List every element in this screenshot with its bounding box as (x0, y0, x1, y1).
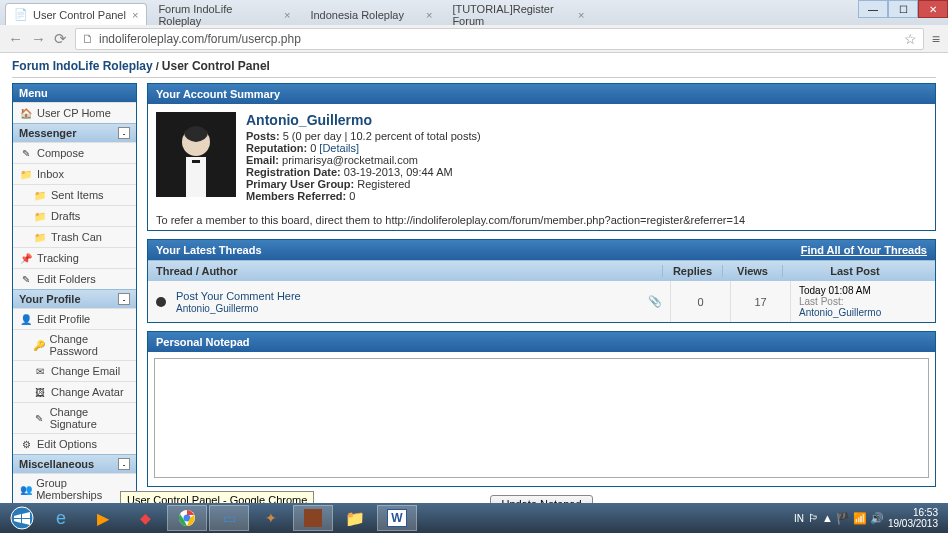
taskbar-chrome[interactable] (167, 505, 207, 531)
col-replies: Replies (662, 265, 722, 277)
thread-views: 17 (730, 281, 790, 322)
window-close-button[interactable]: ✕ (918, 0, 948, 18)
taskbar-app-4[interactable] (293, 505, 333, 531)
browser-tab[interactable]: Forum IndoLife Roleplay × (149, 3, 299, 25)
taskbar-app-2[interactable]: ▭ (209, 505, 249, 531)
sidebar-section-profile[interactable]: Your Profile- (13, 289, 136, 308)
url-input[interactable]: 🗋 indoliferoleplay.com/forum/usercp.php … (75, 28, 924, 50)
taskbar-word[interactable]: W (377, 505, 417, 531)
breadcrumb-separator: / (156, 60, 159, 72)
browser-tab[interactable]: Indonesia Roleplay × (301, 3, 441, 25)
svg-rect-4 (206, 157, 216, 197)
folder-icon: 📁 (33, 230, 47, 244)
sidebar-item-compose[interactable]: ✎Compose (13, 142, 136, 163)
gear-icon: ⚙ (19, 437, 33, 451)
forward-button[interactable]: → (31, 30, 46, 47)
panel-header: Personal Notepad (148, 332, 935, 352)
last-post-author-link[interactable]: Antonio_Guillermo (799, 307, 881, 318)
thread-author-link[interactable]: Antonio_Guillermo (176, 303, 258, 314)
taskbar-app[interactable]: ◆ (125, 505, 165, 531)
tray-flag-icon[interactable]: 🏳 (808, 512, 819, 525)
collapse-icon[interactable]: - (118, 458, 130, 470)
browser-tab-active[interactable]: 📄 User Control Panel × (5, 3, 147, 25)
home-icon: 🏠 (19, 106, 33, 120)
close-tab-icon[interactable]: × (420, 9, 432, 21)
sidebar-item-trash[interactable]: 📁Trash Can (13, 226, 136, 247)
bookmark-star-icon[interactable]: ☆ (904, 31, 917, 47)
taskbar-ie[interactable]: e (41, 505, 81, 531)
avatar (156, 112, 236, 197)
tray-notification-icon[interactable]: ▲ (822, 512, 833, 525)
tray-volume-icon[interactable]: 🔊 (870, 512, 884, 525)
find-all-threads-link[interactable]: Find All of Your Threads (801, 244, 927, 256)
sidebar-section-misc[interactable]: Miscellaneous- (13, 454, 136, 473)
collapse-icon[interactable]: - (118, 293, 130, 305)
close-tab-icon[interactable]: × (278, 9, 290, 21)
notepad-textarea[interactable] (154, 358, 929, 478)
tab-title: Forum IndoLife Roleplay (158, 3, 278, 27)
personal-notepad-panel: Personal Notepad (147, 331, 936, 487)
sidebar-item-group-memberships[interactable]: 👥Group Memberships (13, 473, 136, 504)
panel-header: Your Latest Threads Find All of Your Thr… (148, 240, 935, 260)
sidebar-item-inbox[interactable]: 📁Inbox (13, 163, 136, 184)
taskbar-explorer[interactable]: 📁 (335, 505, 375, 531)
key-icon: 🔑 (33, 338, 46, 352)
sidebar-item-change-avatar[interactable]: 🖼Change Avatar (13, 381, 136, 402)
address-bar: ← → ⟳ 🗋 indoliferoleplay.com/forum/userc… (0, 25, 948, 53)
window-minimize-button[interactable]: — (858, 0, 888, 18)
sidebar-item-change-email[interactable]: ✉Change Email (13, 360, 136, 381)
thread-table-header: Thread / Author Replies Views Last Post (148, 260, 935, 281)
sidebar-item-edit-options[interactable]: ⚙Edit Options (13, 433, 136, 454)
sidebar-item-drafts[interactable]: 📁Drafts (13, 205, 136, 226)
tab-title: Indonesia Roleplay (310, 9, 404, 21)
tab-title: User Control Panel (33, 9, 126, 21)
folder-icon: 📁 (33, 188, 47, 202)
chrome-menu-icon[interactable]: ≡ (932, 31, 940, 47)
start-button[interactable] (4, 505, 40, 531)
sidebar-item-usercp-home[interactable]: 🏠User CP Home (13, 102, 136, 123)
sidebar-item-tracking[interactable]: 📌Tracking (13, 247, 136, 268)
close-tab-icon[interactable]: × (572, 9, 584, 21)
collapse-icon[interactable]: - (118, 127, 130, 139)
col-views: Views (722, 265, 782, 277)
taskbar-media-player[interactable]: ▶ (83, 505, 123, 531)
thread-last-post: Today 01:08 AM Last Post: Antonio_Guille… (790, 281, 935, 322)
sidebar-item-change-password[interactable]: 🔑Change Password (13, 329, 136, 360)
username-link[interactable]: Antonio_Guillermo (246, 112, 481, 128)
breadcrumb-root-link[interactable]: Forum IndoLife Roleplay (12, 59, 153, 73)
browser-tab-strip: 📄 User Control Panel × Forum IndoLife Ro… (0, 0, 948, 25)
window-maximize-button[interactable]: ☐ (888, 0, 918, 18)
reputation-details-link[interactable]: [Details] (319, 142, 359, 154)
back-button[interactable]: ← (8, 30, 23, 47)
edit-icon: ✎ (19, 272, 33, 286)
folder-icon: 📁 (19, 167, 33, 181)
tray-network-icon[interactable]: 📶 (853, 512, 867, 525)
breadcrumb: Forum IndoLife Roleplay / User Control P… (12, 59, 936, 73)
language-indicator[interactable]: IN (794, 513, 804, 524)
browser-tab[interactable]: [TUTORIAL]Register Forum × (443, 3, 593, 25)
profile-icon: 👤 (19, 312, 33, 326)
taskbar-app-3[interactable]: ✦ (251, 505, 291, 531)
sidebar-item-edit-profile[interactable]: 👤Edit Profile (13, 308, 136, 329)
account-summary-panel: Your Account Summary Antonio_Guillermo P… (147, 83, 936, 231)
tray-action-center-icon[interactable]: 🏴 (836, 512, 850, 525)
panel-header: Your Account Summary (148, 84, 935, 104)
col-thread-author: Thread / Author (156, 265, 662, 277)
sidebar-item-edit-folders[interactable]: ✎Edit Folders (13, 268, 136, 289)
sidebar-item-sent[interactable]: 📁Sent Items (13, 184, 136, 205)
url-text: indoliferoleplay.com/forum/usercp.php (99, 32, 301, 46)
sidebar: Menu 🏠User CP Home Messenger- ✎Compose 📁… (12, 83, 137, 533)
referral-text: To refer a member to this board, direct … (148, 210, 935, 230)
svg-rect-5 (192, 160, 200, 163)
sidebar-item-change-signature[interactable]: ✎Change Signature (13, 402, 136, 433)
reload-button[interactable]: ⟳ (54, 30, 67, 48)
thread-title-link[interactable]: Post Your Comment Here (176, 290, 301, 302)
sidebar-section-messenger[interactable]: Messenger- (13, 123, 136, 142)
taskbar-clock[interactable]: 16:53 19/03/2013 (888, 507, 938, 529)
close-tab-icon[interactable]: × (126, 9, 138, 21)
pencil-icon: ✎ (33, 411, 46, 425)
folder-icon: 📁 (33, 209, 47, 223)
mail-icon: ✉ (33, 364, 47, 378)
thread-replies: 0 (670, 281, 730, 322)
compose-icon: ✎ (19, 146, 33, 160)
